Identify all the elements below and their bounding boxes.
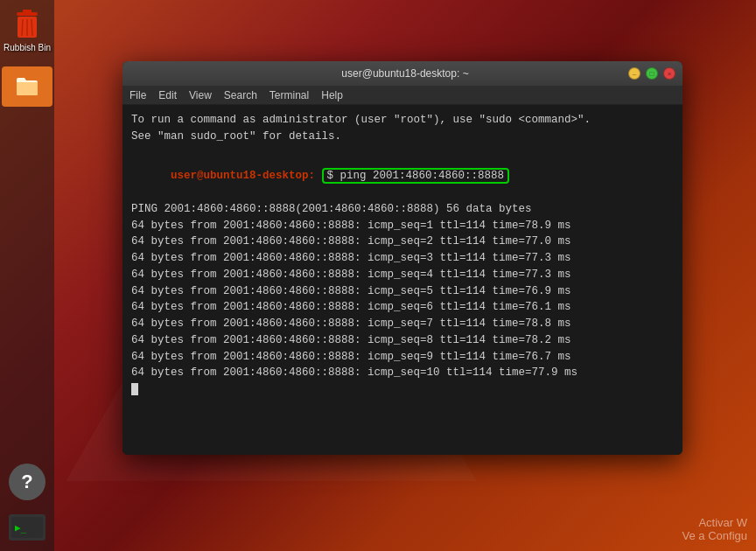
watermark-line2: Ve a Configu (682, 529, 747, 542)
intro-line-1: To run a command as administrator (user … (131, 112, 674, 129)
terminal-title: user@ubuntu18-desktop: ~ (182, 67, 628, 80)
cursor-line (131, 381, 674, 398)
ping-line-8: 64 bytes from 2001:4860:4860::8888: icmp… (131, 332, 674, 349)
menu-edit[interactable]: Edit (158, 89, 177, 101)
ping-line-1: 64 bytes from 2001:4860:4860::8888: icmp… (131, 218, 674, 234)
svg-line-7 (32, 19, 32, 36)
ping-line-5: 64 bytes from 2001:4860:4860::8888: icmp… (131, 283, 674, 300)
ping-line-10: 64 bytes from 2001:4860:4860::8888: icmp… (131, 365, 674, 381)
terminal-window: user@ubuntu18-desktop: ~ – □ × File Edit… (122, 61, 682, 455)
svg-rect-3 (23, 10, 32, 13)
menu-help[interactable]: Help (321, 89, 343, 101)
window-controls: – □ × (628, 67, 676, 80)
menu-view[interactable]: View (189, 89, 212, 101)
prompt-user: user@ubuntu18-desktop: (171, 170, 315, 182)
terminal-titlebar: user@ubuntu18-desktop: ~ – □ × (122, 61, 682, 86)
ping-init-line: PING 2001:4860:4860::8888(2001:4860:4860… (131, 201, 674, 218)
sidebar-item-terminal[interactable]: ▶_ (2, 511, 52, 544)
intro-line-2: See "man sudo_root" for details. (131, 129, 674, 145)
terminal-menubar: File Edit View Search Terminal Help (122, 86, 682, 105)
watermark-line1: Activar W (682, 516, 747, 529)
sidebar-item-rubbish-bin[interactable]: Rubbish Bin (2, 4, 52, 56)
menu-search[interactable]: Search (224, 89, 257, 101)
minimize-button[interactable]: – (628, 67, 640, 80)
rubbish-bin-label: Rubbish Bin (4, 43, 51, 52)
folder-icon (10, 70, 44, 103)
terminal-sidebar-icon: ▶_ (9, 514, 46, 541)
svg-line-5 (22, 19, 23, 36)
terminal-content: To run a command as administrator (user … (122, 105, 682, 455)
ping-line-4: 64 bytes from 2001:4860:4860::8888: icmp… (131, 267, 674, 283)
watermark: Activar W Ve a Configu (682, 516, 747, 542)
command-line: user@ubuntu18-desktop: $ ping 2001:4860:… (131, 152, 674, 201)
ping-line-9: 64 bytes from 2001:4860:4860::8888: icmp… (131, 349, 674, 366)
sidebar-item-folder[interactable] (2, 66, 52, 107)
ping-line-7: 64 bytes from 2001:4860:4860::8888: icmp… (131, 316, 674, 332)
help-icon: ? (9, 464, 46, 500)
sidebar: Rubbish Bin ? ▶_ (0, 0, 54, 551)
rubbish-bin-icon (10, 8, 44, 41)
command-highlight: $ ping 2001:4860:4860::8888 (322, 168, 510, 184)
menu-terminal[interactable]: Terminal (270, 89, 309, 101)
svg-text:▶_: ▶_ (15, 522, 27, 534)
sidebar-item-help[interactable]: ? (2, 460, 52, 504)
prompt-cmd: $ ping 2001:4860:4860::8888 (315, 168, 509, 184)
ping-line-6: 64 bytes from 2001:4860:4860::8888: icmp… (131, 299, 674, 316)
maximize-button[interactable]: □ (646, 67, 658, 80)
close-button[interactable]: × (663, 67, 676, 80)
menu-file[interactable]: File (130, 89, 146, 101)
ping-line-2: 64 bytes from 2001:4860:4860::8888: icmp… (131, 234, 674, 250)
cursor-block (131, 383, 138, 395)
ping-line-3: 64 bytes from 2001:4860:4860::8888: icmp… (131, 250, 674, 267)
